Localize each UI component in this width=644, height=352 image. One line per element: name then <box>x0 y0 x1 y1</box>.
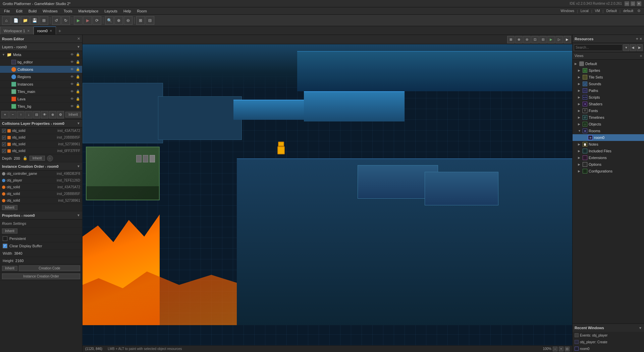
menu-build[interactable]: Build <box>26 8 39 14</box>
layer-collisions[interactable]: Collisions 👁 🔒 <box>0 66 82 73</box>
depth-inherit-button[interactable]: Inherit <box>30 156 45 161</box>
resource-timelines[interactable]: ▶ ⏱ Timelines <box>573 114 644 121</box>
instances-eye-icon[interactable]: 👁 <box>70 82 74 87</box>
resource-sprites[interactable]: ▶ S Sprites <box>573 67 644 74</box>
menu-help[interactable]: Help <box>121 8 134 14</box>
close-button[interactable]: ✕ <box>637 1 641 6</box>
creation-code-inherit-button[interactable]: Inherit <box>2 266 17 271</box>
collision-item-1[interactable]: obj_solid inst_43A75A72 <box>0 128 82 134</box>
run-button[interactable]: ▶ <box>74 16 83 25</box>
resource-sounds[interactable]: ▶ ♪ Sounds <box>573 81 644 87</box>
nav-local[interactable]: Local <box>581 9 589 13</box>
lock-all-button[interactable]: ⊕ <box>49 111 56 118</box>
settings-icon[interactable]: ⚙ <box>637 9 641 13</box>
tiles-main-eye-icon[interactable]: 👁 <box>70 89 74 94</box>
canvas-viewport[interactable] <box>83 44 572 345</box>
resource-paths[interactable]: ▶ ~ Paths <box>573 87 644 94</box>
collisions-section-header[interactable]: Collisions Layer Properties - room0 ▼ <box>0 119 82 128</box>
search-prev-btn[interactable]: ◀ <box>630 44 636 51</box>
grid-button[interactable]: ⊞ <box>136 16 145 25</box>
zoom-in-button[interactable]: ⊕ <box>114 16 123 25</box>
layers-expand[interactable]: ▼ <box>77 45 80 49</box>
depth-options-button[interactable]: ○ <box>47 155 53 161</box>
zoom-increase-btn[interactable]: + <box>559 347 564 351</box>
new-button[interactable]: 📄 <box>11 16 20 25</box>
tab-add-button[interactable]: + <box>56 27 63 35</box>
search-button[interactable]: 🔍 <box>105 16 114 25</box>
canvas-view-btn[interactable]: ⊞ <box>507 36 515 43</box>
meta-lock-icon[interactable]: 🔒 <box>75 52 80 57</box>
tiles-main-lock-icon[interactable]: 🔒 <box>75 89 80 94</box>
recent-windows-collapse-icon[interactable]: ▼ <box>639 326 642 330</box>
undo-button[interactable]: ↺ <box>52 16 61 25</box>
resource-objects[interactable]: ▶ ◇ Objects <box>573 121 644 128</box>
canvas-fullscreen-btn[interactable]: ⊟ <box>539 36 547 43</box>
collision-2-checkbox[interactable] <box>2 136 6 140</box>
minimize-button[interactable]: — <box>625 1 629 6</box>
recent-windows-header[interactable]: Recent Windows ▼ <box>573 324 644 332</box>
tab-room[interactable]: room0 ✕ <box>34 27 56 35</box>
room-editor-close[interactable]: ✕ <box>77 37 80 41</box>
instances-lock-icon[interactable]: 🔒 <box>75 82 80 87</box>
recent-item-3[interactable]: room0 <box>573 345 644 352</box>
save-all-button[interactable]: ⊞ <box>40 16 48 25</box>
home-button[interactable]: ⌂ <box>2 16 11 25</box>
views-label[interactable]: Views <box>575 54 584 58</box>
nav-default[interactable]: Default <box>606 9 617 13</box>
resource-configurations[interactable]: ▶ Configurations <box>573 168 644 174</box>
regions-eye-icon[interactable]: 👁 <box>70 74 74 79</box>
resource-group-default[interactable]: ▶ Default <box>573 60 644 67</box>
settings-layer-button[interactable]: ⚙ <box>57 111 64 118</box>
layer-bg-editor[interactable]: bg_editor 👁 🔒 <box>0 58 82 66</box>
menu-tools[interactable]: Tools <box>61 8 75 14</box>
layer-regions[interactable]: Regions 👁 🔒 <box>0 73 82 81</box>
resources-add-btn[interactable]: + <box>636 36 638 41</box>
collision-1-checkbox[interactable] <box>2 129 6 133</box>
move-up-button[interactable]: ↑ <box>17 111 24 118</box>
debug-button[interactable]: ▶ <box>83 16 92 25</box>
nav-vm[interactable]: VM <box>595 9 600 13</box>
clean-button[interactable]: ⟳ <box>93 16 101 25</box>
inst-item-4[interactable]: obj_solid inst_20BBB85F <box>0 191 82 197</box>
creation-code-button[interactable]: Creation Code <box>19 265 80 271</box>
filter-button[interactable]: ⊟ <box>33 111 41 118</box>
inst-item-2[interactable]: obj_player inst_7EFE126D <box>0 177 82 184</box>
depth-lock-icon[interactable]: 🔒 <box>23 156 28 160</box>
canvas-stop-btn[interactable]: ▶ <box>564 36 571 43</box>
resource-notes[interactable]: ▶ 📋 Notes <box>573 141 644 148</box>
inst-item-1[interactable]: obj_controller_game inst_49BDB2F8 <box>0 170 82 177</box>
zoom-out-button[interactable]: ⊖ <box>124 16 132 25</box>
properties-section-header[interactable]: Properties - room0 ▼ <box>0 211 82 219</box>
collision-4-checkbox[interactable] <box>2 149 6 153</box>
instance-creation-collapse[interactable]: ▼ <box>77 164 80 168</box>
bg-eye-icon[interactable]: 👁 <box>70 60 74 64</box>
resource-rooms[interactable]: ▼ ⊞ Rooms <box>573 128 644 134</box>
collisions-lock-icon[interactable]: 🔒 <box>75 67 80 72</box>
layer-tiles-bg[interactable]: Tiles_bg 👁 🔒 <box>0 103 82 110</box>
collisions-section-collapse[interactable]: ▼ <box>77 121 80 125</box>
canvas-zoom-out-btn[interactable]: ⊖ <box>523 36 531 43</box>
maximize-button[interactable]: □ <box>631 1 635 6</box>
resource-scripts[interactable]: ▶ </> Scripts <box>573 94 644 101</box>
resource-room0[interactable]: ⊞ room0 <box>573 134 644 141</box>
resource-included-files[interactable]: ▶ Included Files <box>573 148 644 154</box>
canvas-expand-btn[interactable]: ⊡ <box>565 347 570 351</box>
canvas-play-btn[interactable]: ▶ <box>547 36 555 43</box>
lava-lock-icon[interactable]: 🔒 <box>75 97 80 101</box>
resources-close-btn[interactable]: × <box>640 37 642 41</box>
layer-instances[interactable]: Instances 👁 🔒 <box>0 81 82 88</box>
recent-item-2[interactable]: obj_player: Create <box>573 339 644 345</box>
persistent-checkbox[interactable] <box>3 236 7 241</box>
menu-layouts[interactable]: Layouts <box>102 8 120 14</box>
canvas-zoom-in-btn[interactable]: ⊕ <box>515 36 523 43</box>
layer-lava[interactable]: Lava 👁 🔒 <box>0 95 82 103</box>
canvas-fit-btn[interactable]: ⊡ <box>531 36 539 43</box>
tab-workspace[interactable]: Workspace 1 ✕ <box>0 27 34 35</box>
properties-collapse[interactable]: ▼ <box>77 213 80 217</box>
move-down-button[interactable]: ↓ <box>25 111 33 118</box>
inst-item-5[interactable]: obj_solid inst_52738961 <box>0 197 82 204</box>
collision-item-3[interactable]: obj_solid inst_52738961 <box>0 141 82 148</box>
menu-marketplace[interactable]: Marketplace <box>75 8 101 14</box>
nav-windows[interactable]: Windows <box>560 9 574 13</box>
menu-file[interactable]: File <box>1 8 13 14</box>
